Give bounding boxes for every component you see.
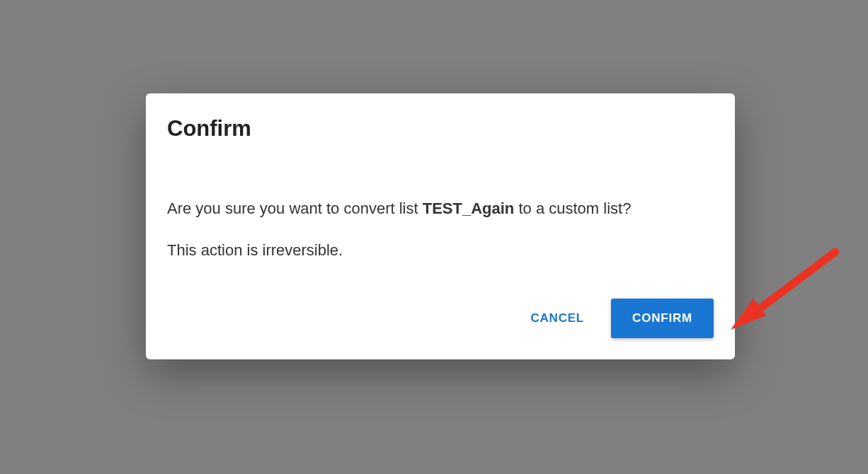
confirm-button[interactable]: CONFIRM — [611, 299, 714, 338]
message-prefix: Are you sure you want to convert list — [167, 200, 423, 217]
dialog-actions: CANCEL CONFIRM — [167, 299, 714, 338]
confirm-dialog: Confirm Are you sure you want to convert… — [146, 93, 735, 359]
svg-line-0 — [750, 252, 835, 316]
list-name: TEST_Again — [423, 200, 515, 217]
svg-marker-1 — [731, 299, 766, 330]
dialog-message: Are you sure you want to convert list TE… — [167, 197, 714, 220]
dialog-body: Are you sure you want to convert list TE… — [167, 197, 714, 262]
message-suffix: to a custom list? — [514, 200, 631, 217]
dialog-warning: This action is irreversible. — [167, 238, 714, 262]
cancel-button[interactable]: CANCEL — [527, 306, 587, 331]
dialog-title: Confirm — [167, 116, 714, 141]
annotation-arrow-icon — [715, 238, 857, 351]
